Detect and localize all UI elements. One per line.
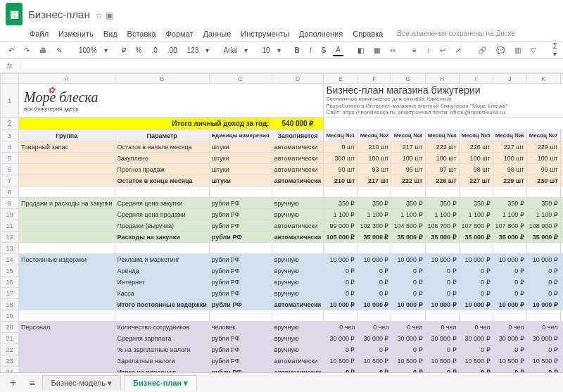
borders-icon[interactable]: ▦ [371, 45, 383, 56]
redo-icon[interactable]: ↷ [21, 45, 32, 56]
valign-icon[interactable]: ↕ [424, 45, 433, 56]
save-status: Все изменения сохранены на Диске [397, 30, 515, 38]
data-row[interactable]: 8 [1, 186, 564, 198]
wrap-icon[interactable]: ↩ [437, 45, 448, 56]
sheets-logo-icon[interactable]: ▦ [6, 3, 23, 25]
folder-icon[interactable]: ▣ [106, 11, 113, 20]
align-icon[interactable]: ≡ [410, 45, 419, 56]
merge-icon[interactable]: ⇔ [387, 45, 398, 56]
sheets-menu-icon[interactable]: ≡ [25, 377, 39, 388]
menu-addons[interactable]: Дополнения [299, 30, 343, 38]
menu-insert[interactable]: Вставка [127, 30, 156, 38]
tab-plan[interactable]: Бизнес-план ▾ [124, 375, 197, 391]
menu-edit[interactable]: Изменить [58, 30, 94, 38]
data-row[interactable]: 11Продажи (выручка)рубли РФавтоматически… [1, 220, 564, 232]
link-icon[interactable]: 🔗 [475, 45, 489, 56]
menu-file[interactable]: Файл [30, 30, 49, 38]
data-row[interactable]: 4Товарный запасОстаток в начале месяцашт… [1, 141, 564, 153]
data-row[interactable]: 21Средняя зарплатарубли РФвручную30 000 … [1, 333, 564, 344]
text-color-icon[interactable]: A [333, 44, 343, 56]
data-row[interactable]: 7Остаток в конце месяцаштукиавтоматическ… [1, 175, 564, 186]
star-icon[interactable]: ☆ [95, 11, 103, 20]
data-row[interactable]: 23Зарплатные налогирубли РФавтоматически… [1, 355, 564, 367]
data-row[interactable]: 22% на зарплатные налогирубли РФвручную0… [1, 344, 564, 355]
fx-label: fx [0, 62, 20, 70]
dec-inc-icon[interactable]: .00 [165, 45, 180, 56]
data-row[interactable]: 20ПерсоналКоличество сотрудниковчеловекв… [1, 322, 564, 333]
menu-format[interactable]: Формат [165, 30, 193, 38]
format-select[interactable]: 123 [184, 45, 202, 56]
data-row[interactable]: 14Постоянные издержкиРеклама и маркетинг… [1, 254, 564, 265]
dec-dec-icon[interactable]: .0 [148, 45, 160, 56]
paint-icon[interactable]: ✎ [53, 45, 65, 56]
data-row[interactable]: 12Расходы на закупкирубли РФавтоматическ… [1, 232, 564, 243]
fill-color-icon[interactable]: ◧ [355, 45, 367, 56]
data-row[interactable]: 16Интернетрубли РФвручную0 ₽0 ₽0 ₽0 ₽0 ₽… [1, 277, 564, 288]
data-row[interactable]: 19 [1, 310, 564, 322]
row-headers[interactable]: 3 ГруппаПараметрЕдиницы измеренияЗаполня… [1, 130, 564, 141]
data-row[interactable]: 15Арендарубли РФвручную0 ₽0 ₽0 ₽0 ₽0 ₽0 … [1, 265, 564, 277]
toolbar: ↶ ↷ 🖶 ✎ 100%▾ ₽ % .0 .00 123▾ Arial▾ 10▾… [0, 41, 563, 59]
row-1[interactable]: 1 ✿Море блеска вся бижутерия здесь Бизне… [1, 84, 564, 118]
menu-data[interactable]: Данные [203, 30, 232, 38]
tab-model[interactable]: Бизнес-модель ▾ [42, 375, 122, 391]
data-row[interactable]: 17Кассарубли РФвручную0 ₽0 ₽0 ₽0 ₽0 ₽0 ₽… [1, 288, 564, 299]
add-sheet-icon[interactable]: + [4, 377, 22, 389]
data-row[interactable]: 13 [1, 243, 564, 254]
doc-title[interactable]: Бизнес-план [28, 8, 90, 20]
formula-input[interactable] [20, 62, 563, 70]
data-row[interactable]: 18Итого постоянные издержкирубли РФавтом… [1, 299, 564, 310]
undo-icon[interactable]: ↶ [6, 45, 17, 56]
font-size[interactable]: 10 [259, 45, 272, 56]
menu-view[interactable]: Вид [103, 30, 118, 38]
spreadsheet-grid[interactable]: ABCD EFGHI JKLM 1 ✿Море блеска вся бижут… [0, 73, 563, 383]
font-select[interactable]: Arial [220, 45, 240, 56]
currency-icon[interactable]: ₽ [119, 45, 129, 56]
data-row[interactable]: 9Продажи и расходы на закупкиСредняя цен… [1, 198, 564, 209]
print-icon[interactable]: 🖶 [37, 45, 49, 56]
chart-icon[interactable]: ▥ [512, 45, 524, 56]
col-headers[interactable]: ABCD EFGHI JKLM [1, 74, 564, 84]
percent-icon[interactable]: % [133, 45, 145, 56]
plan-title: Бизнес-план магазина бижутерии [326, 84, 563, 96]
menu-bar: Файл Изменить Вид Вставка Формат Данные … [0, 28, 563, 41]
zoom-select[interactable]: 100% [76, 45, 100, 56]
comment-icon[interactable]: 💬 [493, 45, 507, 56]
strike-icon[interactable]: S [319, 45, 329, 56]
functions-icon[interactable]: Σ ▾ [550, 41, 560, 59]
data-row[interactable]: 10Средняя цена продажирубли РФвручную1 1… [1, 209, 564, 220]
sheet-tabs: + ≡ Бизнес-модель ▾ Бизнес-план ▾ [0, 372, 563, 392]
rotate-icon[interactable]: ⤢ [453, 45, 464, 56]
italic-icon[interactable]: I [307, 45, 315, 56]
brand-logo: ✿Море блеска [21, 89, 321, 106]
row-total[interactable]: 2 Итого личный доход за год: 540 000 ₽ [1, 118, 564, 130]
data-row[interactable]: 6Прогноз продажштукиавтоматически90 шт93… [1, 164, 564, 175]
menu-help[interactable]: Справка [353, 30, 383, 38]
menu-tools[interactable]: Инструменты [241, 30, 289, 38]
filter-icon[interactable]: ▽ [528, 45, 539, 56]
data-row[interactable]: 5Закупленоштукиавтоматически300 шт100 шт… [1, 153, 564, 164]
bold-icon[interactable]: B [292, 45, 303, 56]
